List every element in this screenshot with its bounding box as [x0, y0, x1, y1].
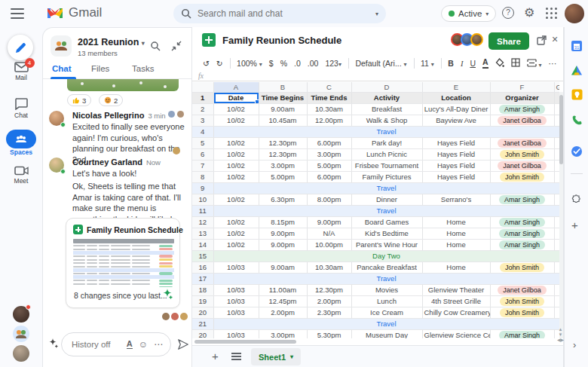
add-sheet-icon[interactable]: +	[212, 350, 219, 362]
sidebar-item-spaces[interactable]: Spaces	[0, 130, 42, 156]
addons-puzzle-icon[interactable]	[570, 190, 583, 203]
bold-button[interactable]: B	[448, 59, 454, 68]
share-button[interactable]: Share	[488, 32, 529, 50]
cell[interactable]: 9.00pm	[259, 239, 307, 250]
row-number[interactable]: 6	[192, 148, 213, 160]
borders-icon[interactable]	[511, 58, 520, 69]
keep-icon[interactable]	[570, 87, 583, 101]
cell[interactable]: Chilly Cow Creamery	[422, 307, 490, 318]
underline-button[interactable]: U	[470, 59, 476, 68]
cell[interactable]	[554, 228, 559, 239]
search-bar[interactable]: ▾	[173, 4, 386, 23]
cell[interactable]	[554, 92, 559, 103]
reaction-party-face[interactable]: 2	[99, 94, 123, 106]
cell[interactable]: 9.00pm	[307, 216, 351, 228]
search-options-caret-icon[interactable]: ▾	[375, 11, 378, 17]
cell[interactable]: Frisbee Tournament	[351, 160, 422, 171]
cell[interactable]: 4th Street Grille	[422, 295, 490, 307]
cell[interactable]: 10/02	[213, 171, 259, 182]
scrollbar-thumb[interactable]	[559, 95, 563, 164]
cell[interactable]: 10/02	[213, 239, 259, 250]
format-percent-button[interactable]: %	[280, 59, 287, 68]
increase-decimal-button[interactable]: .00	[308, 59, 319, 68]
cell[interactable]: 10/02	[213, 194, 259, 205]
cell[interactable]: Dinner	[351, 194, 422, 205]
sidebar-item-meet[interactable]: Meet	[0, 166, 42, 185]
cell[interactable]: 9.00am	[259, 261, 307, 273]
recent-contact-avatar[interactable]	[13, 306, 29, 323]
format-currency-button[interactable]: $	[269, 59, 274, 68]
cell[interactable]: Board Games	[351, 216, 422, 228]
section-row-label[interactable]: Travel	[213, 126, 559, 137]
drive-icon[interactable]	[570, 63, 583, 77]
cell[interactable]: 9.00am	[259, 103, 307, 115]
cell[interactable]: N/A	[307, 228, 351, 239]
row-number[interactable]: 1	[192, 92, 213, 103]
cell[interactable]: 10.00pm	[307, 239, 351, 250]
decrease-decimal-button[interactable]: .0	[294, 59, 301, 68]
cell[interactable]: 5.00pm	[259, 171, 307, 182]
sheets-file-card[interactable]: Family Reunion Schedule 8 changes since …	[66, 218, 180, 308]
cell[interactable]	[554, 194, 559, 205]
sheet-tab[interactable]: Sheet1 ▾	[251, 348, 301, 365]
send-icon[interactable]	[177, 338, 189, 353]
column-header[interactable]: E	[422, 82, 490, 92]
cell[interactable]: Ice Cream	[351, 307, 422, 318]
more-options-icon[interactable]: ⋯	[154, 339, 164, 350]
shared-photo[interactable]	[67, 79, 179, 91]
row-number[interactable]: 12	[192, 216, 213, 228]
cell[interactable]: 10/02	[213, 137, 259, 148]
cell[interactable]: Breakfast	[351, 103, 422, 115]
get-addons-plus-icon[interactable]: +	[571, 219, 578, 231]
emoji-icon[interactable]: ☺	[139, 339, 148, 350]
cell-organizer[interactable]: John Smith	[490, 171, 554, 182]
section-row-label[interactable]: Travel	[213, 318, 559, 329]
message-input-pill[interactable]: A ☺ ⋯	[61, 332, 171, 356]
column-header[interactable]: A	[213, 82, 259, 92]
row-number[interactable]: 21	[192, 318, 213, 329]
cell[interactable]: 10.45am	[259, 115, 307, 126]
message-input[interactable]	[72, 340, 121, 349]
cell[interactable]: 10/03	[213, 307, 259, 318]
row-number[interactable]: 11	[192, 205, 213, 216]
cell[interactable]: Home	[422, 228, 490, 239]
cell[interactable]: 5.00pm	[307, 160, 351, 171]
cell[interactable]	[554, 137, 559, 148]
section-row-label[interactable]: Travel	[213, 182, 559, 194]
merge-cells-icon[interactable]: ▾	[527, 59, 542, 69]
cell-organizer[interactable]: John Smith	[490, 295, 554, 307]
column-header[interactable]: C	[307, 82, 351, 92]
cell[interactable]	[554, 115, 559, 126]
cell[interactable]: 10.30am	[307, 261, 351, 273]
cell-organizer[interactable]: Amar Singh	[490, 239, 554, 250]
grid-corner[interactable]	[192, 82, 213, 92]
tab-tasks[interactable]: Tasks	[132, 64, 154, 73]
cell[interactable]: 2.30pm	[307, 307, 351, 318]
sidebar-item-chat[interactable]: Chat	[0, 98, 42, 119]
google-apps-grid-icon[interactable]	[546, 8, 557, 19]
tasks-icon[interactable]	[570, 145, 583, 158]
cell[interactable]: Walk & Shop	[351, 115, 422, 126]
sidebar-item-mail[interactable]: 4 Mail	[0, 62, 42, 81]
font-select[interactable]: Default (Ari... ▾	[355, 59, 406, 68]
cell-organizer[interactable]: Amar Singh	[490, 103, 554, 115]
tab-files[interactable]: Files	[91, 64, 109, 73]
cell[interactable]: Bayview Ave	[422, 115, 490, 126]
help-icon[interactable]: ?	[502, 7, 514, 19]
header-cell[interactable]: Time Begins	[259, 92, 307, 103]
chat-search-icon[interactable]	[150, 41, 161, 54]
cell[interactable]: 10/02	[213, 228, 259, 239]
cell[interactable]: Park day!	[351, 137, 422, 148]
cell[interactable]: Home	[422, 216, 490, 228]
row-number[interactable]: 10	[192, 194, 213, 205]
cell[interactable]: 10/03	[213, 284, 259, 295]
calendar-icon[interactable]: 31	[570, 39, 583, 53]
cell[interactable]: 6.00pm	[307, 137, 351, 148]
tab-chat[interactable]: Chat	[52, 64, 72, 73]
sparkle-icon[interactable]	[161, 288, 173, 303]
document-title[interactable]: Family Reunion Schedule	[222, 35, 341, 46]
cell-organizer[interactable]: John Smith	[490, 261, 554, 273]
section-row-label[interactable]: Travel	[213, 205, 559, 216]
cell[interactable]: Pancake Breakfast	[351, 261, 422, 273]
row-number[interactable]: 18	[192, 284, 213, 295]
